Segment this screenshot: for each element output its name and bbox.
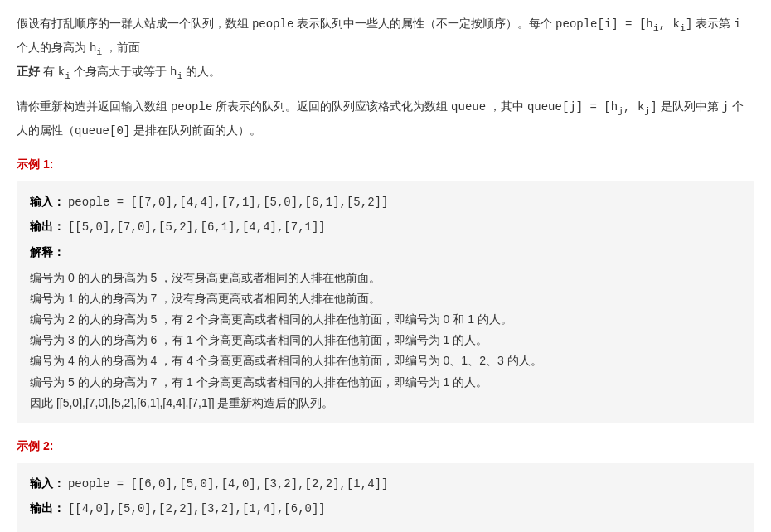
example1-box: 输入： people = [[7,0],[4,4],[7,1],[5,0],[6…	[17, 181, 754, 423]
problem-description-2: 请你重新构造并返回输入数组 people 所表示的队列。返回的队列应该格式化为数…	[17, 96, 754, 142]
example1-input-value: people = [[7,0],[4,4],[7,1],[5,0],[6,1],…	[68, 196, 388, 209]
example1-input-label: 输入：	[30, 195, 65, 208]
explain1-line-4: 编号为 4 的人的身高为 4 ，有 4 个身高更高或者相同的人排在他前面，即编号…	[30, 351, 741, 371]
explain1-line-6: 因此 [[5,0],[7,0],[5,2],[6,1],[4,4],[7,1]]…	[30, 393, 741, 414]
example2-input-label: 输入：	[30, 476, 65, 490]
example1-output-line: 输出： [[5,0],[7,0],[5,2],[6,1],[4,4],[7,1]…	[30, 216, 741, 238]
problem-description: 假设有打乱顺序的一群人站成一个队列，数组 people 表示队列中一些人的属性（…	[17, 13, 754, 85]
example1-output-label: 输出：	[30, 220, 65, 233]
example2-input-line: 输入： people = [[6,0],[5,0],[4,0],[3,2],[2…	[30, 473, 741, 495]
example2-output-label: 输出：	[30, 501, 65, 515]
example1-output-value: [[5,0],[7,0],[5,2],[6,1],[4,4],[7,1]]	[68, 220, 326, 234]
example2-output-line: 输出： [[4,0],[5,0],[2,2],[3,2],[1,4],[6,0]…	[30, 498, 741, 520]
example2-output-value: [[4,0],[5,0],[2,2],[3,2],[1,4],[6,0]]	[68, 502, 326, 515]
example1-explain-text: 编号为 0 的人的身高为 5 ，没有身高更高或者相同的人排在他前面。编号为 1 …	[30, 268, 741, 414]
explain1-line-3: 编号为 3 的人的身高为 6 ，有 1 个身高更高或者相同的人排在他前面，即编号…	[30, 330, 741, 351]
example1-explain-label-line: 解释：	[30, 242, 741, 263]
desc-text-1: 假设有打乱顺序的一群人站成一个队列，数组 people 表示队列中一些人的属性（…	[17, 17, 741, 78]
example2-box: 输入： people = [[6,0],[5,0],[4,0],[3,2],[2…	[17, 463, 754, 532]
explain1-line-2: 编号为 2 的人的身高为 5 ，有 2 个身高更高或者相同的人排在他前面，即编号…	[30, 309, 741, 330]
example2-title: 示例 2:	[17, 437, 754, 457]
desc-text-2: 请你重新构造并返回输入数组 people 所表示的队列。返回的队列应该格式化为数…	[17, 99, 744, 137]
example1-title: 示例 1:	[17, 155, 754, 175]
problem-container: 假设有打乱顺序的一群人站成一个队列，数组 people 表示队列中一些人的属性（…	[17, 13, 754, 532]
example1-input-line: 输入： people = [[7,0],[4,4],[7,1],[5,0],[6…	[30, 191, 741, 213]
example2-input-value: people = [[6,0],[5,0],[4,0],[3,2],[2,2],…	[68, 477, 388, 491]
example1-explain-label: 解释：	[30, 245, 65, 259]
explain1-line-0: 编号为 0 的人的身高为 5 ，没有身高更高或者相同的人排在他前面。	[30, 268, 741, 288]
explain1-line-1: 编号为 1 的人的身高为 7 ，没有身高更高或者相同的人排在他前面。	[30, 288, 741, 309]
explain1-line-5: 编号为 5 的人的身高为 7 ，有 1 个身高更高或者相同的人排在他前面，即编号…	[30, 372, 741, 393]
